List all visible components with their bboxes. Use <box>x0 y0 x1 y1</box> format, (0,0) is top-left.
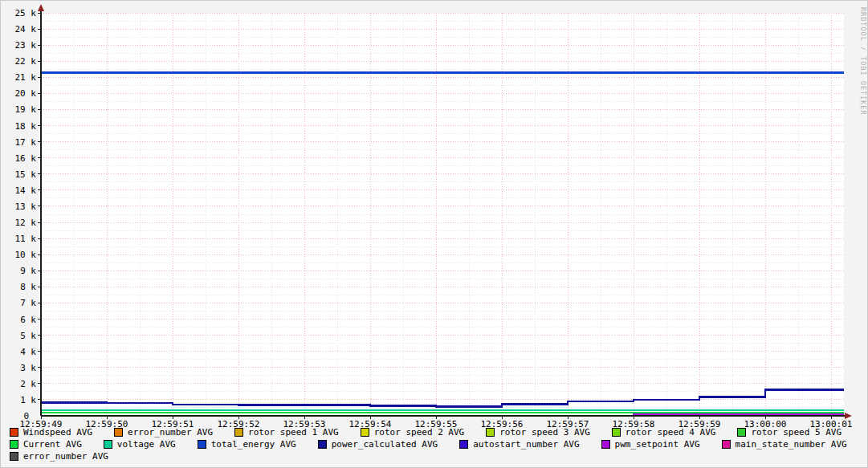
legend-color-swatch <box>198 440 206 449</box>
x-tick-label: 12:59:58 <box>613 419 655 427</box>
legend-color-swatch <box>737 428 746 437</box>
legend-color-swatch <box>722 440 731 449</box>
legend-item: rotor speed 1 AVG <box>234 427 339 437</box>
x-tick-label: 12:59:57 <box>547 419 589 427</box>
x-tick-labels: 12:59:4912:59:5012:59:5112:59:5212:59:53… <box>20 419 853 427</box>
y-tick-label: 15 k <box>15 169 37 180</box>
y-axis-arrow-icon <box>38 4 44 11</box>
y-tick-label: 13 k <box>15 201 37 212</box>
rrdtool-graph: 01 k2 k3 k4 k5 k6 k7 k8 k9 k10 k11 k12 k… <box>0 0 868 468</box>
x-tick-label: 12:59:56 <box>481 419 524 427</box>
y-tick-labels: 01 k2 k3 k4 k5 k6 k7 k8 k9 k10 k11 k12 k… <box>15 8 37 421</box>
y-tick-label: 3 k <box>20 363 36 373</box>
y-tick-label: 4 k <box>20 347 36 357</box>
legend-item: rotor speed 4 AVG <box>612 427 716 437</box>
y-tick-label: 5 k <box>20 331 36 341</box>
y-tick-label: 2 k <box>20 379 36 389</box>
legend-item: main_state_number AVG <box>722 439 847 450</box>
legend-color-swatch <box>10 440 18 449</box>
y-tick-label: 11 k <box>15 234 37 244</box>
legend-item: power_calculated AVG <box>318 439 438 450</box>
legend-item: total_energy AVG <box>198 439 296 450</box>
legend-label: pwm_setpoint AVG <box>615 439 700 450</box>
y-tick-label: 22 k <box>15 56 37 67</box>
legend-color-swatch <box>361 428 369 437</box>
legend-label: rotor speed 3 AVG <box>499 427 590 437</box>
rrdtool-watermark: RRDTOOL / TOBI OETIKER <box>859 7 867 116</box>
legend-label: rotor speed 1 AVG <box>248 427 339 437</box>
legend-label: rotor speed 4 AVG <box>626 427 716 437</box>
y-tick-label: 8 k <box>20 282 36 292</box>
legend-color-swatch <box>486 428 495 437</box>
legend-row: Current AVGvoltage AVGtotal_energy AVGpo… <box>10 439 847 450</box>
y-tick-label: 14 k <box>15 185 37 196</box>
legend-item: rotor speed 2 AVG <box>361 427 465 437</box>
legend-label: autostart_number AVG <box>473 439 579 450</box>
y-tick-label: 12 k <box>15 218 37 228</box>
legend-item: rotor speed 3 AVG <box>486 427 590 437</box>
legend-label: error_number AVG <box>128 427 213 437</box>
y-tick-label: 18 k <box>15 121 37 132</box>
y-tick-label: 7 k <box>20 298 36 308</box>
y-tick-label: 17 k <box>15 137 37 148</box>
legend-color-swatch <box>10 428 18 437</box>
y-tick-label: 24 k <box>15 24 37 35</box>
legend-color-swatch <box>318 440 327 449</box>
legend-label: voltage AVG <box>117 439 176 450</box>
y-tick-label: 19 k <box>15 104 37 115</box>
legend-label: power_calculated AVG <box>332 439 438 450</box>
legend-color-swatch <box>10 452 18 461</box>
legend-color-swatch <box>104 440 112 449</box>
x-tick-label: 12:59:49 <box>20 419 63 427</box>
chart-legend: Windspeed AVGerror_number AVGrotor speed… <box>10 427 847 462</box>
x-tick-label: 12:59:54 <box>349 419 392 427</box>
legend-label: error_number AVG <box>23 451 108 462</box>
legend-label: total_energy AVG <box>211 439 296 450</box>
legend-label: Windspeed AVG <box>23 427 92 437</box>
chart-plot: 01 k2 k3 k4 k5 k6 k7 k8 k9 k10 k11 k12 k… <box>1 1 868 427</box>
x-tick-label: 13:00:00 <box>744 419 787 427</box>
y-tick-label: 1 k <box>20 395 36 405</box>
x-axis-arrow-icon <box>845 413 852 419</box>
legend-row: error_number AVG <box>10 451 847 462</box>
legend-item: autostart_number AVG <box>459 439 579 450</box>
legend-item: rotor speed 5 AVG <box>737 427 842 437</box>
x-tick-label: 12:59:59 <box>679 419 721 427</box>
legend-item: error_number AVG <box>114 427 213 437</box>
legend-row: Windspeed AVGerror_number AVGrotor speed… <box>10 427 847 437</box>
legend-label: rotor speed 5 AVG <box>751 427 842 437</box>
legend-item: Windspeed AVG <box>10 427 92 437</box>
y-tick-label: 21 k <box>15 72 37 83</box>
y-tick-label: 16 k <box>15 153 37 164</box>
y-tick-label: 23 k <box>15 40 37 51</box>
legend-color-swatch <box>612 428 621 437</box>
legend-label: Current AVG <box>23 439 82 450</box>
y-tick-label: 10 k <box>15 250 37 260</box>
y-tick-label: 25 k <box>15 8 37 18</box>
legend-color-swatch <box>234 428 243 437</box>
legend-label: rotor speed 2 AVG <box>374 427 465 437</box>
x-tick-label: 12:59:53 <box>283 419 326 427</box>
x-tick-label: 12:59:52 <box>218 419 260 427</box>
y-tick-label: 9 k <box>20 266 36 276</box>
x-tick-label: 13:00:01 <box>810 419 853 427</box>
legend-item: Current AVG <box>10 439 82 450</box>
y-tick-label: 20 k <box>15 88 37 99</box>
x-tick-label: 12:59:51 <box>152 419 194 427</box>
legend-item: voltage AVG <box>104 439 176 450</box>
x-tick-label: 12:59:55 <box>415 419 458 427</box>
x-tick-label: 12:59:50 <box>86 419 128 427</box>
y-tick-label: 6 k <box>20 315 36 325</box>
legend-color-swatch <box>114 428 123 437</box>
legend-item: error_number AVG <box>10 451 108 462</box>
legend-color-swatch <box>601 440 610 449</box>
legend-label: main_state_number AVG <box>736 439 847 450</box>
legend-color-swatch <box>459 440 468 449</box>
legend-item: pwm_setpoint AVG <box>601 439 700 450</box>
